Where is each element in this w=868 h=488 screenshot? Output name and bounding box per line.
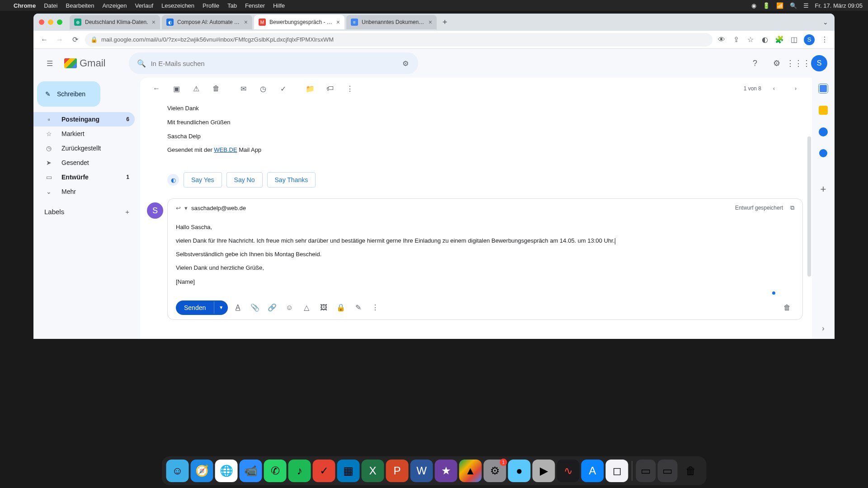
- suggest-no-button[interactable]: Say No: [226, 172, 263, 188]
- profile-avatar[interactable]: S: [804, 34, 815, 45]
- extensions-icon[interactable]: 🧩: [775, 35, 784, 44]
- tab-3[interactable]: ≡ Unbenanntes Dokument - Goo ×: [346, 15, 437, 29]
- collapse-panel-icon[interactable]: ›: [822, 324, 824, 333]
- menu-view[interactable]: Anzeigen: [102, 2, 127, 9]
- mail-scroll-area[interactable]: Vielen Dank Mit freundlichen Grüßen Sasc…: [140, 99, 812, 339]
- drive-icon[interactable]: △: [299, 300, 314, 315]
- close-tab-icon[interactable]: ×: [244, 19, 248, 26]
- menu-bookmarks[interactable]: Lesezeichen: [161, 2, 194, 9]
- nav-drafts[interactable]: ▭ Entwürfe 1: [33, 170, 135, 184]
- forward-button[interactable]: →: [54, 34, 65, 45]
- labels-icon[interactable]: 🏷: [321, 80, 339, 98]
- next-mail-icon[interactable]: ›: [787, 80, 805, 98]
- eye-icon[interactable]: 👁: [717, 35, 726, 44]
- search-icon[interactable]: 🔍: [132, 59, 151, 68]
- menu-history[interactable]: Verlauf: [135, 2, 153, 9]
- back-to-inbox-icon[interactable]: ←: [147, 80, 165, 98]
- account-avatar[interactable]: S: [811, 55, 827, 71]
- scrollbar[interactable]: [807, 136, 811, 277]
- search-box[interactable]: 🔍 ⚙: [129, 52, 418, 74]
- discard-draft-icon[interactable]: 🗑: [780, 300, 794, 315]
- more-actions-icon[interactable]: ⋮: [341, 80, 359, 98]
- add-label-icon[interactable]: +: [125, 208, 129, 216]
- minimize-window-button[interactable]: [48, 19, 53, 25]
- nav-sent[interactable]: ➤ Gesendet: [33, 155, 135, 170]
- new-tab-button[interactable]: +: [439, 16, 451, 28]
- reload-button[interactable]: ⟳: [70, 34, 80, 45]
- menu-help[interactable]: Hilfe: [273, 2, 285, 9]
- reply-editor[interactable]: Hallo Sascha, vielen Dank für Ihre Nachr…: [168, 217, 802, 296]
- clock[interactable]: Fr. 17. März 09:05: [815, 2, 863, 9]
- kebab-menu-icon[interactable]: ⋮: [820, 35, 829, 44]
- nav-snoozed[interactable]: ◷ Zurückgestellt: [33, 141, 135, 155]
- back-button[interactable]: ←: [39, 34, 50, 45]
- more-compose-options-icon[interactable]: ⋮: [368, 300, 382, 315]
- prev-mail-icon[interactable]: ‹: [765, 80, 783, 98]
- send-button[interactable]: Senden: [176, 300, 214, 315]
- reply-type-icon[interactable]: ↩: [176, 205, 181, 211]
- tab-1[interactable]: ◐ Compose AI: Automate Your W ×: [162, 15, 252, 29]
- tab-0[interactable]: ⊕ Deutschland Klima-Daten. ×: [70, 15, 160, 29]
- menu-tab[interactable]: Tab: [227, 2, 237, 9]
- confidential-icon[interactable]: 🔒: [334, 300, 348, 315]
- nav-starred[interactable]: ☆ Markiert: [33, 127, 135, 141]
- move-to-icon[interactable]: 📁: [301, 80, 319, 98]
- share-icon[interactable]: ⇪: [731, 35, 741, 44]
- contacts-panel-icon[interactable]: [819, 149, 827, 157]
- insert-photo-icon[interactable]: 🖼: [316, 300, 331, 315]
- close-window-button[interactable]: [39, 19, 44, 25]
- tasks-panel-icon[interactable]: [819, 127, 828, 136]
- bookmark-star-icon[interactable]: ☆: [746, 35, 755, 44]
- tab-2-active[interactable]: M Bewerbungsgespräch - sascha ×: [254, 15, 344, 29]
- menu-window[interactable]: Fenster: [245, 2, 265, 9]
- tabs-dropdown-icon[interactable]: ⌄: [823, 19, 828, 26]
- add-to-tasks-icon[interactable]: ✓: [274, 80, 292, 98]
- close-tab-icon[interactable]: ×: [336, 19, 340, 26]
- battery-icon[interactable]: 🔋: [763, 2, 770, 9]
- attach-icon[interactable]: 📎: [248, 300, 262, 315]
- search-options-icon[interactable]: ⚙: [396, 59, 415, 68]
- menu-file[interactable]: Datei: [44, 2, 57, 9]
- maximize-window-button[interactable]: [57, 19, 62, 25]
- apps-grid-icon[interactable]: ⋮⋮⋮: [789, 54, 807, 72]
- screen-record-icon[interactable]: ◉: [751, 2, 756, 9]
- report-spam-icon[interactable]: ⚠: [187, 80, 205, 98]
- formatting-icon[interactable]: A: [231, 300, 245, 315]
- popout-icon[interactable]: ⧉: [790, 204, 794, 211]
- spotlight-icon[interactable]: 🔍: [790, 2, 797, 9]
- link-icon[interactable]: 🔗: [265, 300, 279, 315]
- webde-link[interactable]: WEB.DE: [214, 146, 237, 153]
- send-options-dropdown[interactable]: ▼: [214, 301, 228, 314]
- nav-more[interactable]: ⌄ Mehr: [33, 184, 135, 199]
- settings-gear-icon[interactable]: ⚙: [768, 54, 786, 72]
- reply-recipient[interactable]: saschadelp@web.de: [191, 205, 246, 211]
- archive-icon[interactable]: ▣: [167, 80, 185, 98]
- address-bar[interactable]: 🔒 mail.google.com/mail/u/0/?zx=bz2wjik56…: [85, 33, 712, 47]
- suggest-thanks-button[interactable]: Say Thanks: [267, 172, 316, 188]
- compose-button[interactable]: ✎ Schreiben: [37, 81, 100, 107]
- menu-profiles[interactable]: Profile: [203, 2, 219, 9]
- hamburger-menu-icon[interactable]: ☰: [41, 54, 59, 72]
- signature-icon[interactable]: ✎: [351, 300, 365, 315]
- close-tab-icon[interactable]: ×: [429, 19, 432, 26]
- gmail-logo[interactable]: Gmail: [64, 57, 105, 69]
- delete-icon[interactable]: 🗑: [207, 80, 225, 98]
- help-icon[interactable]: ?: [746, 54, 764, 72]
- reply-dropdown-icon[interactable]: ▾: [184, 205, 188, 211]
- close-tab-icon[interactable]: ×: [152, 19, 156, 26]
- wifi-icon[interactable]: 📶: [776, 2, 783, 9]
- suggest-yes-button[interactable]: Say Yes: [184, 172, 222, 188]
- calendar-panel-icon[interactable]: [819, 84, 828, 93]
- extension-compose-icon[interactable]: ◐: [760, 35, 769, 44]
- snooze-icon[interactable]: ◷: [254, 80, 272, 98]
- keep-panel-icon[interactable]: [819, 106, 828, 115]
- mark-unread-icon[interactable]: ✉: [234, 80, 252, 98]
- nav-inbox[interactable]: ▫ Posteingang 6: [33, 112, 135, 127]
- search-input[interactable]: [151, 60, 396, 67]
- add-panel-icon[interactable]: +: [821, 183, 826, 195]
- active-app-name[interactable]: Chrome: [14, 2, 36, 9]
- emoji-icon[interactable]: ☺: [282, 300, 297, 315]
- menu-edit[interactable]: Bearbeiten: [66, 2, 94, 9]
- control-center-icon[interactable]: ☰: [803, 2, 809, 9]
- sidepanel-icon[interactable]: ◫: [789, 35, 798, 44]
